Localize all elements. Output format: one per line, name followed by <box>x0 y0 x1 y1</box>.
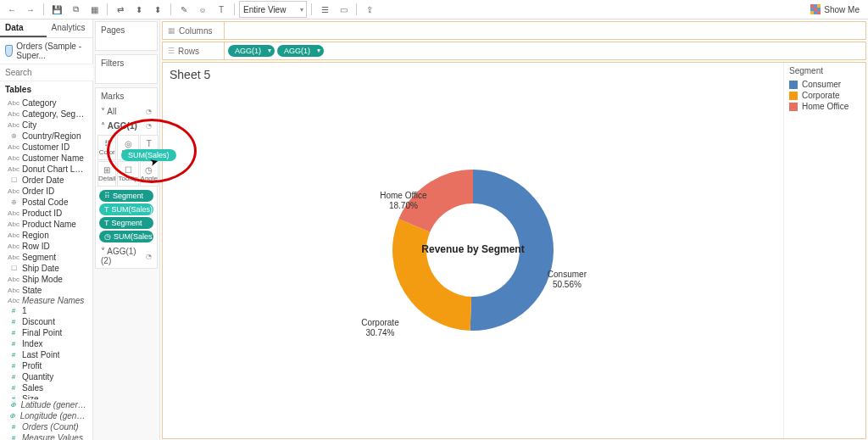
annot-corporate: Corporate30.74% <box>361 318 398 338</box>
field-region[interactable]: AbcRegion <box>0 230 92 241</box>
sort-desc-icon[interactable]: ⬍ <box>149 1 166 18</box>
show-me-button[interactable]: Show Me <box>805 4 865 14</box>
legend-swatch <box>789 103 798 111</box>
back-icon[interactable]: ← <box>3 1 20 18</box>
field-customer-id[interactable]: AbcCustomer ID <box>0 142 92 153</box>
field-type-icon: # <box>8 423 19 431</box>
field-donut-chart-label[interactable]: AbcDonut Chart Label <box>0 164 92 175</box>
field-discount[interactable]: #Discount <box>0 316 92 327</box>
field-label: Category <box>22 98 57 108</box>
field-product-id[interactable]: AbcProduct ID <box>0 208 92 219</box>
field-type-icon: ☐ <box>8 265 19 272</box>
pill-segment-color[interactable]: ⠿Segment <box>99 190 153 202</box>
field-type-icon: Abc <box>8 110 19 118</box>
filters-shelf[interactable]: Filters <box>96 55 157 71</box>
new-sheet-icon[interactable]: ▦ <box>86 1 103 18</box>
marks-color-button[interactable]: ⠿Color <box>97 135 116 160</box>
datasource-row[interactable]: Orders (Sample - Super... <box>0 38 92 64</box>
field-label: Category, Segment, Sub-... <box>22 109 87 119</box>
donut-center-label: Revenue by Segment <box>421 243 524 255</box>
field-orders-count-[interactable]: #Orders (Count) <box>0 421 92 432</box>
marks-agg1-2-row[interactable]: ˅ AGG(1) (2)◔ <box>96 244 157 268</box>
field-ship-date[interactable]: ☐Ship Date <box>0 263 92 274</box>
field-type-icon: Abc <box>8 287 19 294</box>
columns-shelf[interactable]: ▦Columns <box>162 21 866 40</box>
donut-slice-corporate[interactable] <box>392 219 471 331</box>
color-icon: ⠿ <box>104 139 110 148</box>
field-label: Customer Name <box>22 153 84 163</box>
field-product-name[interactable]: AbcProduct Name <box>0 219 92 230</box>
swap-icon[interactable]: ⇄ <box>112 1 129 18</box>
group-icon[interactable]: ⌾ <box>194 1 211 18</box>
rows-shelf[interactable]: ☰Rows AGG(1) AGG(1) <box>162 42 866 60</box>
field-sales[interactable]: #Sales <box>0 382 92 393</box>
pill-segment-label[interactable]: TSegment <box>99 217 153 229</box>
tab-data[interactable]: Data <box>0 19 47 37</box>
field-city[interactable]: AbcCity <box>0 120 92 131</box>
format-icon[interactable]: ☰ <box>316 1 333 18</box>
field-latitude-generated-[interactable]: ⊕Latitude (generated) <box>0 399 92 410</box>
legend-item-consumer[interactable]: Consumer <box>789 79 860 90</box>
field-measure-names[interactable]: AbcMeasure Names <box>0 295 92 305</box>
field-customer-name[interactable]: AbcCustomer Name <box>0 153 92 164</box>
rows-icon: ☰ <box>168 47 175 55</box>
field-final-point[interactable]: #Final Point <box>0 327 92 338</box>
field-longitude-generated-[interactable]: ⊕Longitude (generated) <box>0 410 92 421</box>
save-icon[interactable]: 💾 <box>48 1 65 18</box>
present-icon[interactable]: ▭ <box>335 1 352 18</box>
field-type-icon: ☐ <box>8 176 19 184</box>
field-1[interactable]: #1 <box>0 305 92 316</box>
marks-agg1-row[interactable]: ˄ AGG(1)◔ <box>96 119 157 133</box>
label-pill-icon: T <box>104 219 109 227</box>
share-icon[interactable]: ⇪ <box>361 1 378 18</box>
field-type-icon: Abc <box>8 231 19 239</box>
new-data-icon[interactable]: ⧉ <box>67 1 84 18</box>
field-measure-values[interactable]: #Measure Values <box>0 432 92 440</box>
tooltip-icon: ☐ <box>125 165 132 175</box>
field-last-point[interactable]: #Last Point <box>0 349 92 360</box>
field-postal-code[interactable]: ⊕Postal Code <box>0 197 92 208</box>
field-index[interactable]: #Index <box>0 338 92 349</box>
sort-asc-icon[interactable]: ⬍ <box>131 1 147 18</box>
viz-canvas[interactable]: Sheet 5 Revenue by Segment Consumer50.56… <box>163 63 783 438</box>
field-type-icon: Abc <box>8 143 19 151</box>
legend-header: Segment <box>789 66 860 75</box>
field-ship-mode[interactable]: AbcShip Mode <box>0 274 92 285</box>
legend-swatch <box>789 92 798 100</box>
rows-pill-agg1-b[interactable]: AGG(1) <box>277 45 324 57</box>
field-label: Country/Region <box>22 131 81 141</box>
sheet-title[interactable]: Sheet 5 <box>170 68 210 81</box>
pill-sumsales-label[interactable]: TSUM(Sales) <box>99 203 153 215</box>
field-category-segment-sub-[interactable]: AbcCategory, Segment, Sub-... <box>0 109 92 120</box>
marks-header: Marks <box>101 92 124 101</box>
marks-tooltip-button[interactable]: ☐Tooltip <box>117 161 138 187</box>
marks-detail-button[interactable]: ⊞Detail <box>97 161 116 187</box>
field-profit[interactable]: #Profit <box>0 360 92 371</box>
field-type-icon: Abc <box>8 253 19 261</box>
field-order-id[interactable]: AbcOrder ID <box>0 186 92 197</box>
field-order-date[interactable]: ☐Order Date <box>0 175 92 186</box>
color-legend[interactable]: Segment ConsumerCorporateHome Office <box>783 63 865 438</box>
legend-item-home-office[interactable]: Home Office <box>789 101 860 112</box>
field-label: Orders (Count) <box>22 422 79 432</box>
label-icon: T <box>147 139 152 148</box>
field-state[interactable]: AbcState <box>0 285 92 295</box>
fit-mode-select[interactable]: Entire View <box>239 1 307 18</box>
pill-sumsales-angle[interactable]: ◷SUM(Sales) <box>99 231 153 242</box>
legend-item-corporate[interactable]: Corporate <box>789 90 860 101</box>
field-category[interactable]: AbcCategory <box>0 97 92 109</box>
pages-shelf[interactable]: Pages <box>96 22 157 38</box>
rows-pill-agg1[interactable]: AGG(1) <box>228 45 275 57</box>
field-quantity[interactable]: #Quantity <box>0 371 92 382</box>
field-type-icon: Abc <box>8 99 19 107</box>
marks-all-row[interactable]: ˅ All◔ <box>96 104 157 119</box>
label-icon[interactable]: T <box>213 1 230 18</box>
highlight-icon[interactable]: ✎ <box>175 1 192 18</box>
forward-icon[interactable]: → <box>22 1 39 18</box>
field-segment[interactable]: AbcSegment <box>0 252 92 263</box>
tab-analytics[interactable]: Analytics <box>47 19 93 37</box>
field-country-region[interactable]: ⊕Country/Region <box>0 131 92 142</box>
field-label: Row ID <box>22 242 50 251</box>
show-me-icon <box>810 4 821 14</box>
field-row-id[interactable]: AbcRow ID <box>0 241 92 252</box>
